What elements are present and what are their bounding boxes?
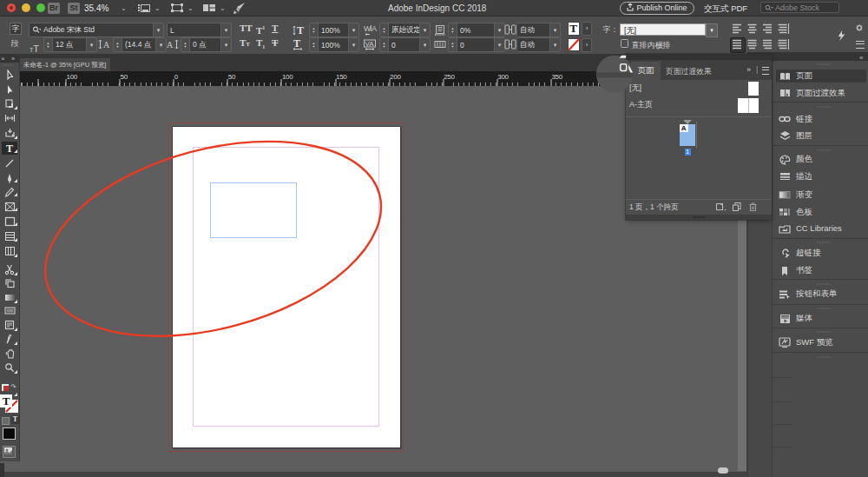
svg-text:A: A [167, 40, 174, 50]
svg-text:VA: VA [365, 40, 375, 48]
svg-text:A: A [372, 24, 377, 33]
svg-text:W: W [364, 24, 372, 33]
svg-text:T: T [297, 24, 304, 36]
svg-text:A: A [103, 40, 110, 50]
